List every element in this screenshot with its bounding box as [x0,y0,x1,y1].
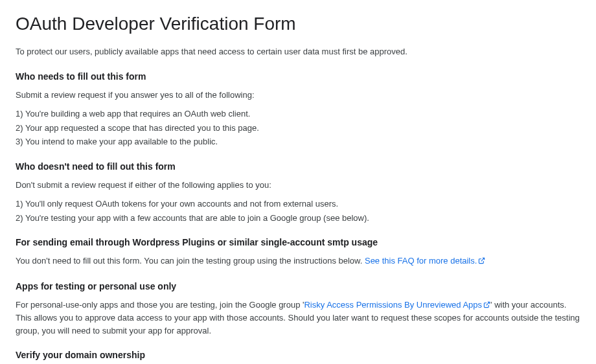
intro-text: To protect our users, publicly available… [16,45,580,58]
smtp-heading: For sending email through Wordpress Plug… [16,236,580,249]
smtp-text: You don't need to fill out this form. Yo… [16,255,580,268]
list-item: 2) You're testing your app with a few ac… [16,212,580,225]
svg-line-1 [487,302,490,305]
who-needs-list: 1) You're building a web app that requir… [16,108,580,148]
testing-text: For personal-use-only apps and those you… [16,299,580,337]
testing-heading: Apps for testing or personal use only [16,280,580,293]
who-needs-heading: Who needs to fill out this form [16,70,580,84]
who-needs-lead: Submit a review request if you answer ye… [16,89,580,102]
list-item: 3) You intend to make your app available… [16,135,580,148]
faq-link[interactable]: See this FAQ for more details. [365,256,485,266]
svg-line-0 [481,258,485,261]
external-link-icon [483,299,490,312]
list-item: 2) Your app requested a scope that has d… [16,122,580,135]
risky-access-link[interactable]: Risky Access Permissions By Unreviewed A… [304,300,490,310]
page-title: OAuth Developer Verification Form [16,10,580,38]
who-doesnt-list: 1) You'll only request OAuth tokens for … [16,198,580,224]
list-item: 1) You're building a web app that requir… [16,108,580,120]
external-link-icon [478,255,485,268]
who-doesnt-heading: Who doesn't need to fill out this form [16,160,580,174]
list-item: 1) You'll only request OAuth tokens for … [16,198,580,210]
verify-heading: Verify your domain ownership [16,348,580,362]
who-doesnt-lead: Don't submit a review request if either … [16,179,580,192]
